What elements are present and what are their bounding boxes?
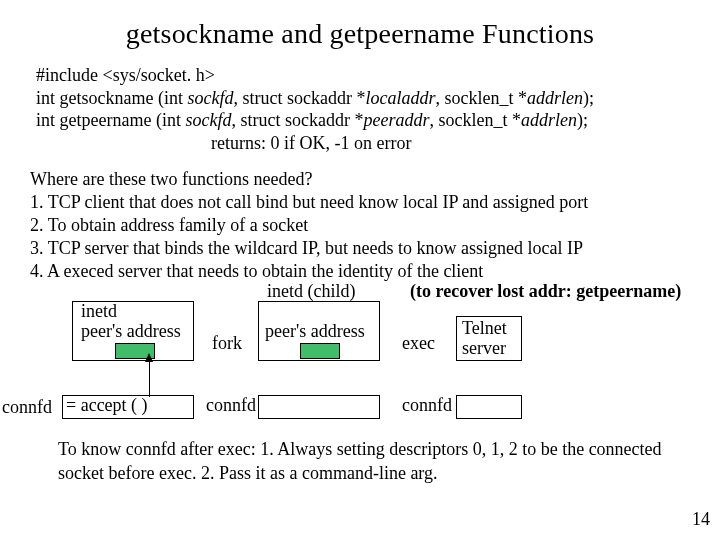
t: int getpeername (int — [36, 110, 185, 130]
lbl-accept: = accept ( ) — [66, 395, 148, 416]
questions: Where are these two functions needed? 1.… — [30, 168, 690, 283]
q3: 3. TCP server that binds the wildcard IP… — [30, 237, 690, 260]
lbl-connfd-2: connfd — [206, 395, 256, 416]
q2: 2. To obtain address family of a socket — [30, 214, 690, 237]
arg: addrlen — [521, 110, 577, 130]
arg: localaddr — [365, 88, 435, 108]
conclusion: To know connfd after exec: 1. Always set… — [58, 438, 684, 485]
t: , struct sockaddr * — [233, 88, 365, 108]
lbl-recover: (to recover lost addr: getpeername) — [410, 281, 681, 302]
lbl-peer-addr-1: peer's address — [81, 321, 181, 342]
t: ); — [577, 110, 588, 130]
lbl-fork: fork — [212, 333, 242, 354]
lbl-exec: exec — [402, 333, 435, 354]
include-line: #include <sys/socket. h> — [36, 64, 690, 87]
proto-getpeername: int getpeername (int sockfd, struct sock… — [36, 109, 690, 132]
t: , struct sockaddr * — [231, 110, 363, 130]
lbl-telnet1: Telnet — [462, 318, 507, 339]
arg: peeraddr — [363, 110, 429, 130]
t: int getsockname (int — [36, 88, 187, 108]
t: , socklen_t * — [429, 110, 521, 130]
t: To know — [58, 439, 126, 459]
q4: 4. A execed server that needs to obtain … — [30, 260, 690, 283]
box-connfd-2 — [258, 395, 380, 419]
t: 4. A — [30, 261, 64, 281]
lbl-connfd-3: connfd — [402, 395, 452, 416]
signature-block: #include <sys/socket. h> int getsockname… — [36, 64, 690, 154]
box-connfd-3 — [456, 395, 522, 419]
lbl-child-title: inetd (child) — [267, 281, 355, 302]
t: ed server that needs to obtain the ident… — [96, 261, 483, 281]
connfd: connfd — [126, 439, 176, 459]
q1: 1. TCP client that does not call bind bu… — [30, 191, 690, 214]
green-box-2 — [300, 343, 340, 359]
page-title: getsockname and getpeername Functions — [30, 18, 690, 50]
lbl-peer-addr-2: peer's address — [265, 321, 365, 342]
exec: exec — [64, 261, 97, 281]
q-intro: Where are these two functions needed? — [30, 168, 690, 191]
t: , socklen_t * — [435, 88, 527, 108]
arg: sockfd — [185, 110, 231, 130]
arg: addrlen — [527, 88, 583, 108]
arg: sockfd — [187, 88, 233, 108]
t: ); — [583, 88, 594, 108]
proto-getsockname: int getsockname (int sockfd, struct sock… — [36, 87, 690, 110]
diagram: inetd peer's address fork inetd (child) … — [30, 293, 690, 428]
line-up — [149, 361, 150, 397]
lbl-connfd-lhs: connfd — [2, 397, 52, 418]
returns-line: returns: 0 if OK, -1 on error — [36, 132, 690, 155]
lbl-inetd: inetd — [81, 301, 117, 322]
arrow-up-icon — [145, 353, 153, 362]
lbl-telnet2: server — [462, 338, 506, 359]
page-number: 14 — [692, 509, 710, 530]
